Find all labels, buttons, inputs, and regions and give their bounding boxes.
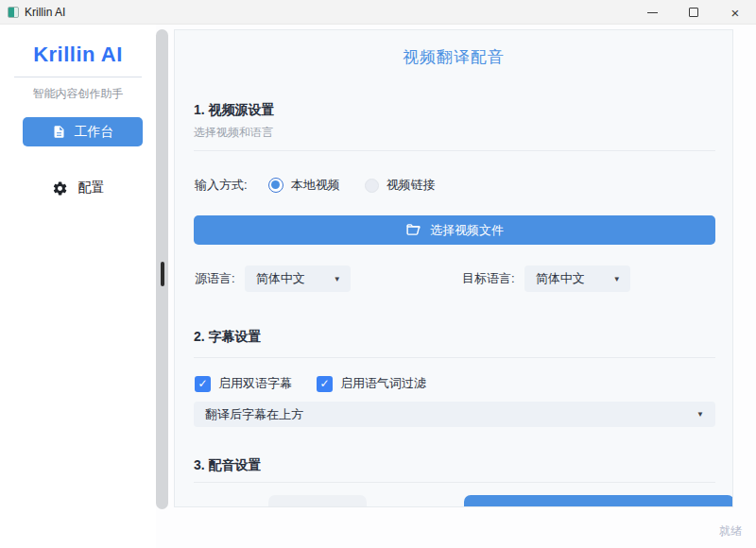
folder-icon — [405, 222, 421, 238]
maximize-icon — [689, 8, 698, 17]
check-icon: ✓ — [319, 378, 329, 389]
sidebar-item-config[interactable]: 配置 — [0, 173, 156, 203]
close-icon: × — [731, 6, 740, 20]
section1-heading: 1. 视频源设置 — [194, 102, 275, 119]
checkbox-checked-icon: ✓ — [317, 376, 333, 392]
gear-icon — [52, 180, 68, 197]
sidebar-item-workbench[interactable]: 工作台 — [23, 117, 143, 146]
section3-heading: 3. 配音设置 — [194, 457, 262, 474]
maximize-button[interactable] — [673, 0, 714, 25]
window-title: Krillin AI — [25, 6, 65, 19]
checkbox-bilingual-subtitles[interactable]: ✓ 启用双语字幕 — [195, 375, 292, 392]
language-row: 源语言: 简体中文 ▼ 目标语言: 简体中文 ▼ — [195, 265, 715, 292]
scrollbar-thumb[interactable] — [161, 262, 164, 286]
subtitle-position-value: 翻译后字幕在上方 — [205, 406, 303, 423]
select-video-file-label: 选择视频文件 — [430, 222, 504, 239]
divider — [194, 357, 715, 358]
chevron-down-icon: ▼ — [334, 275, 341, 283]
section2-heading: 2. 字幕设置 — [194, 329, 262, 346]
document-icon — [52, 125, 66, 139]
sidebar-item-label: 配置 — [78, 180, 105, 197]
minimize-button[interactable] — [631, 0, 673, 25]
close-button[interactable]: × — [714, 0, 756, 25]
status-badge: 就绪 — [719, 523, 742, 539]
target-language-select[interactable]: 简体中文 ▼ — [524, 265, 630, 292]
source-language-select[interactable]: 简体中文 ▼ — [245, 265, 351, 292]
minimize-icon — [647, 12, 658, 13]
select-video-file-button[interactable]: 选择视频文件 — [194, 215, 715, 245]
source-language-value: 简体中文 — [256, 270, 305, 287]
target-language-value: 简体中文 — [536, 270, 585, 287]
titlebar: Krillin AI × — [0, 0, 756, 25]
primary-button-partial[interactable] — [464, 495, 733, 507]
window-controls: × — [631, 0, 756, 25]
checkbox-filler-word-filter[interactable]: ✓ 启用语气词过滤 — [317, 375, 426, 392]
radio-local-label: 本地视频 — [291, 177, 340, 194]
radio-selected-icon — [268, 178, 284, 193]
checkbox-bilingual-label: 启用双语字幕 — [218, 375, 292, 392]
divider — [194, 150, 715, 151]
chevron-down-icon: ▼ — [696, 410, 704, 419]
divider — [194, 482, 715, 483]
main-content: 视频翻译配音 1. 视频源设置 选择视频和语言 输入方式: 本地视频 视频链接 … — [174, 29, 733, 507]
app-subtitle: 智能内容创作助手 — [0, 86, 156, 102]
sidebar-divider — [14, 77, 142, 77]
page-title: 视频翻译配音 — [175, 46, 732, 68]
checkbox-checked-icon: ✓ — [195, 376, 211, 392]
sidebar-item-label: 工作台 — [75, 124, 114, 141]
source-language-label: 源语言: — [195, 270, 235, 287]
app-logo-icon — [8, 7, 19, 18]
check-icon: ✓ — [198, 378, 207, 389]
radio-unselected-icon — [365, 179, 379, 193]
target-language-label: 目标语言: — [462, 270, 515, 287]
input-method-row: 输入方式: 本地视频 视频链接 — [195, 176, 436, 195]
app-logo-text: Krillin AI — [0, 43, 156, 67]
input-method-label: 输入方式: — [195, 177, 248, 194]
subtitle-position-select[interactable]: 翻译后字幕在上方 ▼ — [194, 402, 715, 427]
secondary-button-partial[interactable] — [268, 495, 367, 507]
radio-link-label: 视频链接 — [387, 177, 436, 194]
source-language-group: 源语言: 简体中文 ▼ — [195, 265, 351, 292]
radio-video-link[interactable]: 视频链接 — [365, 177, 436, 194]
subtitle-options-row: ✓ 启用双语字幕 ✓ 启用语气词过滤 — [195, 375, 426, 392]
radio-local-video[interactable]: 本地视频 — [268, 177, 340, 194]
section1-subheading: 选择视频和语言 — [194, 125, 273, 141]
checkbox-filler-label: 启用语气词过滤 — [340, 375, 426, 392]
target-language-group: 目标语言: 简体中文 ▼ — [462, 265, 630, 292]
chevron-down-icon: ▼ — [613, 275, 621, 283]
scrollbar-track[interactable] — [156, 29, 168, 509]
sidebar: Krillin AI 智能内容创作助手 工作台 配置 — [0, 25, 156, 548]
